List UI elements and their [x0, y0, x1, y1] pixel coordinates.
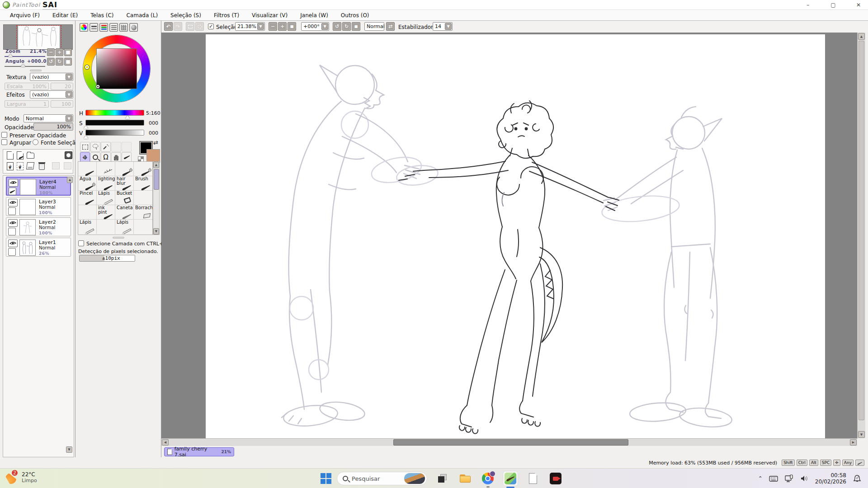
- brush-cell-agua[interactable]: Água: [78, 176, 97, 191]
- task-view-button[interactable]: [435, 471, 450, 486]
- focus-assist-bell-icon[interactable]: zz: [853, 474, 862, 483]
- zoom-tool-icon[interactable]: [90, 152, 100, 162]
- layer4-paint-mode-icon[interactable]: [9, 188, 16, 195]
- layers-scroll-down-icon[interactable]: ▼: [66, 446, 72, 453]
- brush-cell[interactable]: [97, 162, 115, 176]
- saturation-value-square[interactable]: [97, 49, 137, 89]
- layer-row-layer1[interactable]: Layer1 Normal 26%: [6, 238, 71, 257]
- brush-scroll-thumb[interactable]: [154, 169, 159, 190]
- brush-scroll-up-icon[interactable]: ▲: [153, 162, 159, 168]
- brush-cell[interactable]: [78, 162, 97, 176]
- layer-row-layer2[interactable]: Layer2 Normal 100%: [6, 217, 71, 236]
- canvas-angle-dropdown-arrow[interactable]: ▼: [321, 23, 328, 30]
- navigator-zoom-handle[interactable]: [8, 54, 13, 57]
- clear-layer-icon[interactable]: [26, 162, 34, 169]
- layer-opacity-slider[interactable]: 100%: [33, 123, 73, 131]
- texture-dropdown[interactable]: (vazio) ▼: [30, 73, 73, 81]
- brush-cell-empty[interactable]: [134, 220, 152, 234]
- taskbar-search-box[interactable]: Pesquisar: [337, 472, 427, 485]
- brush-palette-scrollbar[interactable]: ▲ ▼: [153, 161, 160, 235]
- canvas-page[interactable]: [206, 34, 825, 438]
- canvas-vertical-scrollbar[interactable]: ▲ ▼: [857, 33, 865, 438]
- menu-telas[interactable]: Telas (C): [84, 11, 120, 20]
- nav-zoom-reset-button[interactable]: ■: [64, 48, 72, 56]
- menu-editar[interactable]: Editar (E): [46, 11, 84, 20]
- menu-visualizar[interactable]: Visualizar (V): [245, 11, 294, 20]
- touch-keyboard-icon[interactable]: [769, 474, 778, 483]
- menu-arquivo[interactable]: Arquivo (F): [4, 11, 46, 20]
- undo-button[interactable]: ↶: [164, 22, 173, 31]
- canvas-angle-field[interactable]: +000° ▼: [301, 22, 329, 31]
- brush-cell-caneta[interactable]: Caneta: [115, 205, 134, 220]
- preserve-opacity-checkbox[interactable]: [1, 132, 7, 138]
- hue-slider[interactable]: [85, 110, 144, 116]
- transfer-down-icon[interactable]: +▼: [7, 162, 14, 170]
- hscroll-thumb[interactable]: [393, 439, 628, 446]
- menu-camada[interactable]: Camada (L): [120, 11, 164, 20]
- value-slider-handle[interactable]: [84, 136, 88, 139]
- nav-zoom-out-button[interactable]: −: [47, 48, 55, 56]
- delete-layer-icon[interactable]: [38, 162, 45, 170]
- brush-scroll-down-icon[interactable]: ▼: [153, 228, 159, 235]
- zoom-out-button[interactable]: −: [269, 22, 277, 31]
- layer-mask-icon[interactable]: [65, 151, 72, 159]
- menu-filtros[interactable]: Filtros (T): [208, 11, 245, 20]
- new-layer-icon[interactable]: [7, 151, 14, 160]
- brush-cell-lapis3[interactable]: Lápis: [115, 220, 134, 234]
- scroll-up-icon[interactable]: ▲: [858, 33, 865, 40]
- layer3-visibility-eye-icon[interactable]: [8, 199, 18, 206]
- layer2-paint-mode-toggle[interactable]: [8, 228, 16, 235]
- nav-rotate-ccw-button[interactable]: ↺: [47, 58, 55, 66]
- layer1-paint-mode-toggle[interactable]: [8, 248, 16, 256]
- volume-icon[interactable]: [800, 474, 809, 483]
- notepad-button[interactable]: [526, 471, 540, 486]
- close-button[interactable]: ✕: [852, 2, 865, 8]
- rotate-canvas-tool-icon[interactable]: Ω: [101, 152, 111, 162]
- layer1-visibility-eye-icon[interactable]: [8, 239, 18, 247]
- selection-source-radio[interactable]: [33, 139, 38, 145]
- merge-down-icon[interactable]: +▼: [17, 162, 24, 170]
- file-explorer-button[interactable]: [458, 471, 472, 486]
- color-mixer-toggle-icon[interactable]: [109, 23, 118, 32]
- view-mode-field[interactable]: Normal: [364, 22, 384, 31]
- swap-colors-icon[interactable]: ⇄: [153, 139, 158, 146]
- redo-button[interactable]: ↷: [174, 22, 182, 31]
- brush-cell-borracha[interactable]: Borrach: [134, 205, 152, 220]
- navigator-viewport-rect[interactable]: [16, 25, 61, 50]
- new-lineart-layer-icon[interactable]: [17, 151, 24, 160]
- eyedropper-tool-icon[interactable]: [122, 152, 132, 162]
- minimize-button[interactable]: –: [801, 2, 815, 8]
- stabilizer-field[interactable]: 14 ▼: [433, 22, 453, 31]
- effects-dropdown-arrow[interactable]: ▼: [66, 91, 72, 98]
- layers-scroll-up-icon[interactable]: ▲: [67, 177, 73, 183]
- brush-cell-lighting[interactable]: lighting: [97, 176, 115, 191]
- cast-display-icon[interactable]: [784, 474, 793, 483]
- brush-cell-empty[interactable]: [134, 191, 152, 205]
- color-bar-toggle-icon[interactable]: [90, 23, 98, 32]
- navigator-angle-handle[interactable]: [21, 64, 25, 67]
- brush-cell-hairblur[interactable]: hair blur: [115, 176, 134, 191]
- brush-cell-empty[interactable]: [97, 220, 115, 234]
- document-tab[interactable]: family cherry 7.sai 21%: [164, 447, 234, 456]
- texture-dropdown-arrow[interactable]: ▼: [66, 74, 72, 80]
- menu-outros[interactable]: Outros (O): [335, 11, 376, 20]
- brush-cell-empty[interactable]: [78, 205, 97, 220]
- layer3-paint-mode-toggle[interactable]: [8, 207, 16, 215]
- brush-cell-inkpint[interactable]: ink pint: [97, 205, 115, 220]
- hand-tool-icon[interactable]: [111, 152, 121, 162]
- layer-row-layer3[interactable]: Layer3 Normal 100%: [6, 197, 71, 216]
- saturation-slider-handle[interactable]: [84, 126, 88, 129]
- canvas-zoom-dropdown-arrow[interactable]: ▼: [257, 23, 264, 30]
- scroll-right-icon[interactable]: ▶: [850, 439, 857, 446]
- effects-dropdown[interactable]: (vazio) ▼: [30, 90, 73, 99]
- brush-cell[interactable]: [115, 162, 134, 176]
- brush-cell-brush[interactable]: Brush: [134, 176, 152, 191]
- layer2-visibility-eye-icon[interactable]: [8, 219, 18, 227]
- rotate-cw-button[interactable]: ↻: [342, 22, 351, 31]
- select-layer-ctrl-checkbox[interactable]: [78, 240, 84, 246]
- canvas-horizontal-scrollbar[interactable]: ◀ ▶: [161, 438, 857, 446]
- brush-cell-lapis1[interactable]: Lápis: [97, 191, 115, 205]
- menu-janela[interactable]: Janela (W): [294, 11, 335, 20]
- value-slider[interactable]: [85, 130, 144, 136]
- brush-cell-pincel[interactable]: Pincel: [78, 191, 97, 205]
